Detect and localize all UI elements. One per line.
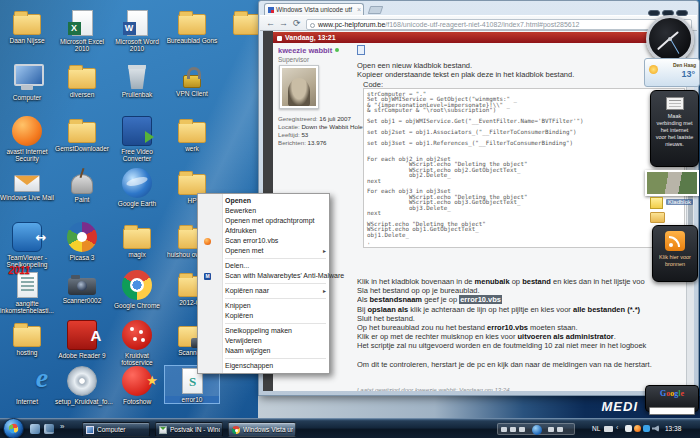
desktop-icon-scanner0002[interactable]: Scanner0002: [55, 270, 109, 304]
folder-icon: [13, 14, 41, 35]
desktop-icon-vpn-client[interactable]: VPN Client: [165, 62, 219, 97]
desktop-icon-google-earth[interactable]: Google Earth: [110, 168, 164, 207]
photo-slideshow-gadget[interactable]: [645, 170, 699, 196]
forward-icon[interactable]: →: [279, 18, 288, 29]
weather-gadget[interactable]: Den Haag 13°: [644, 58, 700, 87]
media-fwd-icon[interactable]: [548, 427, 554, 432]
desktop-icon-aangifte-inkomstenbelasti[interactable]: 2011aangifte inkomstenbelasti...: [0, 270, 54, 314]
menu-item-naam-wijzigen[interactable]: Naam wijzigen: [198, 346, 329, 356]
desktop-icon-daan-nijsse[interactable]: Daan Nijsse: [0, 8, 54, 44]
desktop-icon-computer[interactable]: Computer: [0, 62, 54, 101]
quick-launch-overflow[interactable]: »: [60, 422, 64, 431]
google-search-gadget[interactable]: Google: [645, 385, 699, 412]
keyboard-icon[interactable]: [604, 426, 613, 432]
rss-gadget[interactable]: Klik hier voor bronnen: [652, 225, 698, 282]
code-content: strComputer = "." Set objWMIService = Ge…: [367, 92, 681, 248]
switch-windows-icon[interactable]: [44, 424, 54, 434]
fotoshow-icon: [122, 366, 152, 396]
address-bar[interactable]: www.pc-helpforum.be/f168/unicode-utf-rea…: [306, 19, 692, 30]
post-text-line: Bij opslaan als klik je achteraan de lij…: [357, 305, 687, 314]
menu-item-kopi-ren-naar[interactable]: Kopiëren naar▸: [198, 286, 329, 296]
sidebar-control-icon[interactable]: [648, 10, 660, 16]
desktop-icon-microsoft-excel-2010[interactable]: Microsoft Excel 2010: [55, 8, 109, 52]
menu-item-eigenschappen[interactable]: Eigenschappen: [198, 361, 329, 371]
language-indicator[interactable]: NL: [592, 425, 600, 432]
desktop-icon-microsoft-word-2010[interactable]: Microsoft Word 2010: [110, 8, 164, 52]
folder-icon[interactable]: [650, 212, 665, 223]
desktop-icon-free-video-converter[interactable]: Free Video Converter: [110, 116, 164, 162]
browser-tab[interactable]: Windows Vista unicode utf ×: [264, 3, 364, 15]
sidebar-controls[interactable]: [648, 2, 696, 10]
desktop-icon-avast-internet-security[interactable]: avast! Internet Security: [0, 116, 54, 162]
avast-tray-icon[interactable]: [634, 425, 641, 432]
desktop-icon-label: Google Earth: [110, 200, 164, 207]
menu-item-openen[interactable]: Openen: [198, 196, 329, 206]
menu-item-knippen[interactable]: Knippen: [198, 301, 329, 311]
desktop-icon-google-chrome[interactable]: Google Chrome: [110, 270, 164, 309]
media-prev-icon[interactable]: [501, 427, 507, 432]
media-rew-icon[interactable]: [519, 427, 525, 432]
desktop-icon-paint[interactable]: Paint: [55, 168, 109, 203]
desktop-icon-diversen[interactable]: diversen: [55, 62, 109, 98]
avast-icon: [204, 238, 211, 245]
menu-separator: [225, 283, 326, 284]
medion-logo: MEDI: [602, 399, 639, 414]
tray-app-icon[interactable]: [625, 425, 632, 432]
reload-icon[interactable]: ⟳: [293, 18, 301, 29]
code-box[interactable]: strComputer = "." Set objWMIService = Ge…: [363, 88, 685, 248]
taskbar-button-computer[interactable]: Computer: [82, 422, 150, 437]
desktop-icon-adobe-reader-9[interactable]: Adobe Reader 9: [55, 320, 109, 359]
back-icon[interactable]: ←: [266, 18, 275, 29]
menu-item-delen[interactable]: Delen...: [198, 261, 329, 271]
desktop-icon-windows-live-mail[interactable]: Windows Live Mail: [0, 168, 54, 201]
avatar[interactable]: [279, 65, 319, 109]
media-player-toolbar[interactable]: [497, 423, 575, 435]
desktop-icon-gemstdownloader[interactable]: GemstDownloader: [55, 116, 109, 152]
menu-item-kopi-ren[interactable]: Kopiëren: [198, 311, 329, 321]
menu-item-openen-met-opdrachtprompt[interactable]: Openen met opdrachtprompt: [198, 216, 329, 226]
media-stop-icon[interactable]: [510, 427, 516, 432]
desktop-icon-setup-kruidvat-fo[interactable]: setup_Kruidvat_fo...: [55, 366, 109, 405]
desktop-icon-werk[interactable]: werk: [165, 116, 219, 152]
menu-item-afdrukken[interactable]: Afdrukken: [198, 226, 329, 236]
sidebar-control-icon[interactable]: [676, 10, 688, 16]
media-play-icon[interactable]: [532, 425, 542, 435]
tab-close-icon[interactable]: ×: [357, 4, 361, 15]
desktop-icon-bureaublad-gons[interactable]: Bureaublad Gons: [165, 8, 219, 44]
google-search-input[interactable]: [649, 407, 695, 415]
desktop-icon-teamviewer-snelkoppeling[interactable]: TeamViewer - Snelkoppeling: [0, 222, 54, 268]
new-tab-button[interactable]: [368, 6, 384, 14]
menu-item-snelkoppeling-maken[interactable]: Snelkoppeling maken: [198, 326, 329, 336]
clock-gadget[interactable]: [646, 15, 694, 63]
news-gadget[interactable]: Maak verbinding met het internet voor he…: [650, 90, 699, 167]
menu-item-openen-met[interactable]: Openen met▸: [198, 246, 329, 256]
desktop-icon-picasa-3[interactable]: Picasa 3: [55, 222, 109, 261]
menu-item-verwijderen[interactable]: Verwijderen: [198, 336, 329, 346]
post-text-line: Als bestandsnaam geef je op error10.vbs: [357, 295, 687, 304]
menu-item-label: Bewerken: [225, 207, 256, 214]
media-next-icon[interactable]: [557, 427, 563, 432]
menu-item-bewerken[interactable]: Bewerken: [198, 206, 329, 216]
menu-item-scan-with-malwarebytes-anti-malware[interactable]: Scan with Malwarebytes' Anti-Malware: [198, 271, 329, 281]
desktop-icon-fotoshow[interactable]: Fotoshow: [110, 366, 164, 405]
desktop-icon-hosting[interactable]: hosting: [0, 320, 54, 356]
taskbar-button-postvak-in-windo[interactable]: Postvak IN - Windo...: [155, 422, 223, 437]
show-desktop-icon[interactable]: [30, 424, 40, 434]
taskbar-clock[interactable]: 13:38: [665, 425, 681, 432]
taskbar-button-windows-vista-unic[interactable]: Windows Vista unic...: [228, 422, 296, 437]
network-tray-icon[interactable]: [643, 425, 650, 432]
menu-item-scan-error10-vbs[interactable]: Scan error10.vbs: [198, 236, 329, 246]
desktop-icon-kruidvat-fotoservice[interactable]: Kruidvat fotoservice: [110, 320, 164, 366]
desktop-icon-prullenbak[interactable]: Prullenbak: [110, 62, 164, 98]
volume-tray-icon[interactable]: [652, 425, 659, 432]
desktop-icon-internet[interactable]: Internet: [0, 366, 54, 405]
tray-collapse-icon[interactable]: ‹: [616, 424, 618, 431]
start-button[interactable]: [3, 418, 24, 438]
author-role: Supervisor: [278, 56, 309, 63]
notepad-shortcut[interactable]: Kladblok: [650, 197, 698, 210]
user-info-value: 13.976: [308, 139, 327, 146]
desktop-icon-magix[interactable]: magix: [110, 222, 164, 258]
post-author[interactable]: kweezie wabbit: [278, 46, 339, 55]
mail-icon: [159, 426, 167, 434]
desktop-icon-label: setup_Kruidvat_fo...: [55, 398, 109, 405]
